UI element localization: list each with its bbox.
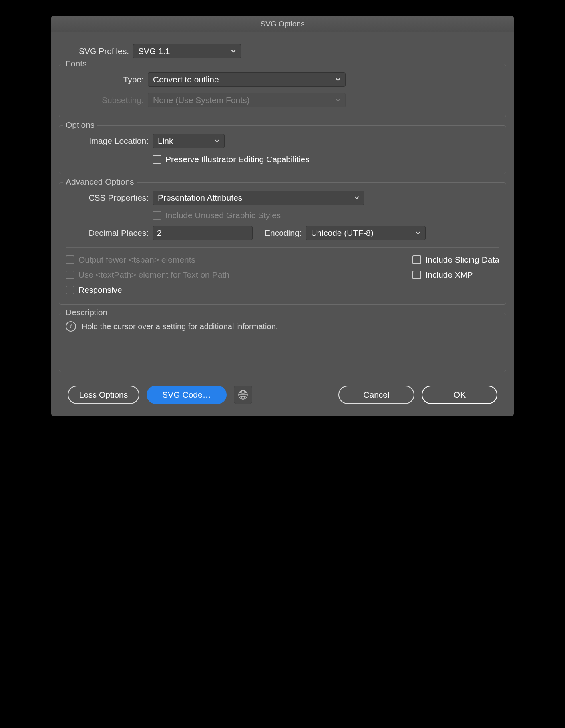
chevron-down-icon bbox=[214, 136, 220, 146]
description-fieldset: Description i Hold the cursor over a set… bbox=[59, 313, 506, 372]
titlebar: SVG Options bbox=[51, 16, 514, 32]
include-xmp-checkbox[interactable] bbox=[412, 271, 421, 279]
svg-profiles-dropdown[interactable]: SVG 1.1 bbox=[133, 44, 241, 58]
output-fewer-tspan-checkbox bbox=[66, 255, 74, 264]
include-xmp-label: Include XMP bbox=[425, 270, 473, 280]
fonts-fieldset: Fonts Type: Convert to outline Subsettin… bbox=[59, 64, 506, 117]
decimal-places-label: Decimal Places: bbox=[66, 228, 149, 238]
responsive-row[interactable]: Responsive bbox=[66, 285, 396, 295]
responsive-label: Responsive bbox=[78, 285, 122, 295]
use-textpath-row: Use <textPath> element for Text on Path bbox=[66, 270, 396, 280]
chevron-down-icon bbox=[335, 75, 341, 84]
svg-profiles-label: SVG Profiles: bbox=[79, 46, 129, 56]
globe-icon bbox=[238, 390, 248, 400]
chevron-down-icon bbox=[415, 228, 421, 238]
dialog-footer: Less Options SVG Code… Cancel OK bbox=[59, 380, 506, 404]
font-type-value: Convert to outline bbox=[153, 75, 219, 84]
include-unused-checkbox bbox=[153, 211, 161, 220]
font-subsetting-value: None (Use System Fonts) bbox=[153, 95, 250, 105]
responsive-checkbox[interactable] bbox=[66, 286, 74, 294]
css-properties-label: CSS Properties: bbox=[66, 193, 149, 203]
dialog-title: SVG Options bbox=[261, 20, 305, 28]
decimal-places-input[interactable] bbox=[153, 226, 253, 240]
preview-in-browser-button[interactable] bbox=[234, 386, 252, 404]
include-slicing-checkbox[interactable] bbox=[412, 255, 421, 264]
font-subsetting-dropdown: None (Use System Fonts) bbox=[148, 93, 346, 107]
image-location-dropdown[interactable]: Link bbox=[153, 134, 225, 148]
svg-code-button[interactable]: SVG Code… bbox=[147, 386, 227, 404]
use-textpath-checkbox bbox=[66, 271, 74, 279]
svg-profiles-row: SVG Profiles: SVG 1.1 bbox=[79, 44, 506, 58]
output-fewer-tspan-row: Output fewer <tspan> elements bbox=[66, 255, 396, 265]
preserve-editing-checkbox-row[interactable]: Preserve Illustrator Editing Capabilitie… bbox=[153, 155, 310, 164]
encoding-label: Encoding: bbox=[265, 228, 302, 238]
chevron-down-icon bbox=[230, 46, 237, 56]
advanced-options-fieldset: Advanced Options CSS Properties: Present… bbox=[59, 182, 506, 305]
encoding-dropdown[interactable]: Unicode (UTF-8) bbox=[306, 226, 426, 240]
include-slicing-label: Include Slicing Data bbox=[425, 255, 499, 265]
output-fewer-tspan-label: Output fewer <tspan> elements bbox=[78, 255, 195, 265]
include-unused-label: Include Unused Graphic Styles bbox=[165, 211, 281, 220]
svg-profiles-value: SVG 1.1 bbox=[138, 46, 170, 56]
description-legend: Description bbox=[63, 308, 110, 317]
chevron-down-icon bbox=[354, 193, 360, 203]
include-slicing-row[interactable]: Include Slicing Data bbox=[412, 255, 499, 265]
less-options-button[interactable]: Less Options bbox=[68, 386, 139, 404]
info-icon: i bbox=[66, 321, 76, 332]
encoding-value: Unicode (UTF-8) bbox=[311, 228, 373, 238]
preserve-editing-checkbox[interactable] bbox=[153, 155, 161, 164]
css-properties-value: Presentation Attributes bbox=[158, 193, 242, 203]
svg-options-dialog: SVG Options SVG Profiles: SVG 1.1 Fonts … bbox=[51, 16, 514, 416]
use-textpath-label: Use <textPath> element for Text on Path bbox=[78, 270, 229, 280]
include-xmp-row[interactable]: Include XMP bbox=[412, 270, 499, 280]
font-type-dropdown[interactable]: Convert to outline bbox=[148, 72, 346, 87]
css-properties-dropdown[interactable]: Presentation Attributes bbox=[153, 191, 364, 205]
include-unused-checkbox-row: Include Unused Graphic Styles bbox=[153, 211, 499, 220]
fonts-legend: Fonts bbox=[63, 59, 89, 68]
options-fieldset: Options Image Location: Link Preserve Il… bbox=[59, 125, 506, 174]
cancel-button[interactable]: Cancel bbox=[338, 386, 414, 404]
divider bbox=[66, 247, 499, 248]
image-location-label: Image Location: bbox=[66, 136, 149, 146]
font-subsetting-label: Subsetting: bbox=[80, 95, 144, 105]
options-legend: Options bbox=[63, 120, 97, 130]
advanced-legend: Advanced Options bbox=[63, 177, 137, 187]
dialog-body: SVG Profiles: SVG 1.1 Fonts Type: Conver… bbox=[51, 32, 514, 416]
ok-button[interactable]: OK bbox=[422, 386, 497, 404]
chevron-down-icon bbox=[335, 95, 341, 105]
image-location-value: Link bbox=[158, 136, 173, 146]
preserve-editing-label: Preserve Illustrator Editing Capabilitie… bbox=[165, 155, 310, 164]
font-type-label: Type: bbox=[100, 75, 144, 84]
description-text: Hold the cursor over a setting for addit… bbox=[82, 322, 278, 331]
